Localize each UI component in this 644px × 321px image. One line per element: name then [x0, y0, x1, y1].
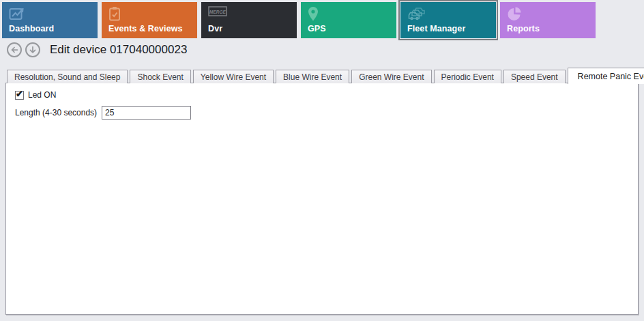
tab-remote-panic-event[interactable]: Remote Panic Event — [568, 68, 644, 84]
length-field-row: Length (4-30 seconds) — [15, 106, 632, 120]
device-settings-tabs: Resolution, Sound and Sleep Shock Event … — [7, 68, 644, 83]
clipboard-check-icon — [108, 6, 121, 22]
merge-logo-icon: MERGE — [208, 6, 227, 16]
back-button[interactable] — [7, 42, 22, 57]
fleet-vehicles-icon — [407, 6, 426, 20]
top-nav: Dashboard Events & Reviews MERGE Dvr GPS — [2, 2, 596, 38]
tab-resolution-sound-sleep[interactable]: Resolution, Sound and Sleep — [7, 70, 128, 83]
nav-tile-label: Reports — [507, 24, 540, 33]
length-input[interactable] — [102, 106, 191, 120]
nav-tile-label: Fleet Manager — [407, 24, 465, 33]
arrow-left-icon — [10, 45, 19, 55]
led-on-checkbox-row[interactable]: Led ON — [15, 90, 632, 100]
pie-chart-icon — [507, 6, 523, 22]
tab-shock-event[interactable]: Shock Event — [130, 70, 190, 83]
trend-chart-icon — [9, 6, 26, 22]
tab-periodic-event[interactable]: Periodic Event — [434, 70, 501, 83]
nav-tile-label: Dashboard — [9, 24, 54, 33]
nav-tile-label: Events & Reviews — [108, 24, 183, 33]
nav-tile-fleet-manager[interactable]: Fleet Manager — [400, 2, 496, 38]
page-title: Edit device 017040000023 — [50, 43, 187, 57]
svg-text:MERGE: MERGE — [209, 10, 226, 14]
tab-yellow-wire-event[interactable]: Yellow Wire Event — [193, 70, 274, 83]
nav-tile-reports[interactable]: Reports — [500, 2, 596, 38]
arrow-down-icon — [28, 45, 38, 55]
nav-tile-dvr[interactable]: MERGE Dvr — [201, 2, 297, 38]
nav-tile-gps[interactable]: GPS — [301, 2, 396, 38]
nav-tile-dashboard[interactable]: Dashboard — [2, 2, 98, 38]
download-button[interactable] — [25, 42, 40, 57]
tab-green-wire-event[interactable]: Green Wire Event — [351, 70, 431, 83]
tab-content-panel: Led ON Length (4-30 seconds) — [5, 83, 639, 315]
led-on-checkbox[interactable] — [15, 91, 24, 100]
tab-blue-wire-event[interactable]: Blue Wire Event — [276, 70, 349, 83]
page-header: Edit device 017040000023 — [7, 41, 187, 59]
led-on-label: Led ON — [28, 90, 56, 100]
location-pin-icon — [308, 6, 319, 22]
nav-tile-label: GPS — [308, 24, 326, 33]
nav-tile-events-reviews[interactable]: Events & Reviews — [102, 2, 197, 38]
tab-speed-event[interactable]: Speed Event — [503, 70, 566, 83]
nav-tile-label: Dvr — [208, 24, 222, 33]
length-label: Length (4-30 seconds) — [15, 108, 97, 117]
